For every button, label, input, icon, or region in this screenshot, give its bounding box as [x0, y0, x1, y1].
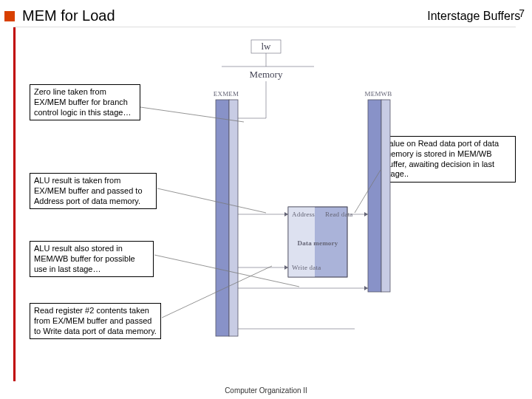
diagram-address-port: Address: [292, 211, 315, 218]
top-divider: [13, 27, 516, 27]
svg-rect-3: [216, 100, 229, 336]
diagram-memwb-label: MEMWB: [365, 90, 392, 98]
page-title: MEM for Load: [22, 7, 115, 24]
svg-rect-6: [381, 100, 390, 292]
left-accent-bar: [13, 27, 16, 381]
annotation-alu-store: ALU result also stored in MEM/WB buffer …: [30, 241, 154, 277]
svg-marker-19: [364, 286, 368, 290]
diagram-exmem-label: EXMEM: [214, 90, 239, 98]
svg-marker-15: [284, 265, 288, 270]
annotation-alu-address: ALU result is taken from EX/MEM buffer a…: [30, 173, 157, 209]
pipeline-diagram: lw Memory EXMEM MEMWB Data memory Addres…: [192, 37, 414, 355]
header-right: Interstage Buffers7: [427, 10, 525, 23]
diagram-datamem-label: Data memory: [298, 239, 338, 247]
title-bullet-icon: [4, 11, 15, 21]
page-number: 7: [519, 7, 525, 19]
title-bar: MEM for Load Interstage Buffers7: [0, 7, 525, 24]
annotation-read-reg2: Read register #2 contents taken from EX/…: [30, 303, 161, 339]
svg-rect-5: [368, 100, 381, 292]
svg-marker-17: [364, 212, 368, 216]
svg-marker-13: [284, 212, 288, 216]
header-right-label: Interstage Buffers: [427, 10, 520, 22]
diagram-memory-label: Memory: [250, 69, 283, 80]
diagram-lw-label: lw: [262, 41, 272, 52]
annotation-zero-line: Zero line taken from EX/MEM buffer for b…: [30, 84, 140, 120]
diagram-writedata-port: Write data: [292, 264, 321, 271]
svg-rect-4: [229, 100, 238, 336]
footer-text: Computer Organization II: [0, 386, 532, 395]
